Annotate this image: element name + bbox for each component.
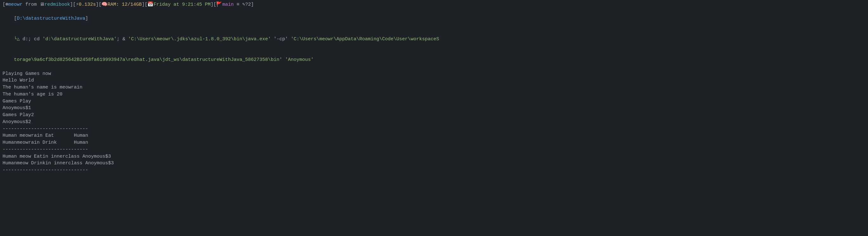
bracket-open-5: [ [213, 1, 216, 8]
dir-path: D:\datastructureWithJava [17, 16, 85, 21]
dir-line: [D:\datastructureWithJava] [3, 8, 865, 29]
bracket-close-2: ] [96, 1, 99, 8]
output-line-11: Human meow Eatin innerclass Anoymous$3 [3, 153, 865, 160]
command-java-exe: 'C:\Users\meowr\.jdks\azul-1.8.0_392\bin… [128, 36, 271, 42]
terminal-window: [⊛meowr from 🖥redmibook][⚡0.132s][🧠RAM: … [0, 0, 868, 236]
output-line-10: Humanmeowrain Drink Human [3, 139, 865, 146]
bracket-open-3: [ [99, 1, 101, 8]
bracket-close-3: ] [142, 1, 145, 8]
question: ?2 [245, 1, 251, 8]
separator-line-3: ------------------------------ [3, 167, 865, 174]
output-line-7: Games Play2 [3, 112, 865, 119]
datetime: Friday at 9:21:45 PM [153, 1, 211, 8]
bracket-close-5: ] [251, 1, 254, 8]
bracket-close-1: ] [70, 1, 73, 8]
output-line-12: Humanmeow Drinkin innerclass Anoymous$3 [3, 160, 865, 167]
command-storage-path: torage\9a6cf3b2d825642B2458fa619993947a\… [14, 57, 282, 62]
output-line-1: Playing Games now [3, 70, 865, 78]
command-line-2: torage\9a6cf3b2d825642B2458fa619993947a\… [3, 50, 865, 70]
output-line-8: Anoymous$2 [3, 119, 865, 126]
ram-text: RAM: 12/14GB [107, 1, 142, 8]
branch-icon: ≡ [234, 1, 242, 8]
command-line: └△ d:; cd 'd:\datastructureWithJava'; & … [3, 29, 865, 50]
output-line-3: The human's name is meowrain [3, 84, 865, 91]
branch-name: main [222, 1, 234, 8]
output-line-4: The human's age is 20 [3, 91, 865, 98]
output-line-9: Human meowrain Eat Human [3, 132, 865, 139]
prompt-line-1: [⊛meowr from 🖥redmibook][⚡0.132s][🧠RAM: … [3, 1, 865, 8]
hostname: redmibook [44, 1, 70, 8]
bracket-close-4: ] [211, 1, 213, 8]
dir-bracket-open: [ [14, 16, 17, 21]
command-space [282, 57, 285, 62]
command-cp-path: 'C:\Users\meowr\AppData\Roaming\Code\Use… [291, 36, 439, 42]
command-arrow: └△ [14, 36, 23, 42]
time-icon: ⚡ [76, 1, 79, 8]
bracket-open-2: [ [73, 1, 76, 8]
username: meowr [8, 1, 23, 8]
command-amp: ; & [117, 36, 128, 42]
flag-icon: 🚩 [216, 1, 222, 8]
bracket-open-4: [ [145, 1, 147, 8]
dir-bracket-close: ] [85, 16, 88, 21]
output-line-5: Games Play [3, 98, 865, 105]
exec-time: 0.132s [79, 1, 96, 8]
output-line-2: Hello World [3, 77, 865, 84]
separator-line-1: ------------------------------ [3, 126, 865, 132]
command-cp-flag: '-cp' [271, 36, 291, 42]
bracket-open-1: [ [3, 1, 5, 8]
output-line-6: Anoymous$1 [3, 105, 865, 112]
from-text: from [23, 1, 40, 8]
at-ring: ⊛ [5, 1, 8, 8]
computer-icon: 🖥 [40, 1, 44, 8]
command-anon: 'Anoymous' [285, 57, 313, 62]
separator-line-2: ------------------------------ [3, 146, 865, 153]
edit-icon: ✎ [242, 1, 245, 8]
ram-icon: 🧠 [101, 1, 107, 8]
cal-icon: 📅 [147, 1, 153, 8]
command-cd: d:; cd [23, 36, 42, 42]
command-path1: 'd:\datastructureWithJava' [42, 36, 117, 42]
